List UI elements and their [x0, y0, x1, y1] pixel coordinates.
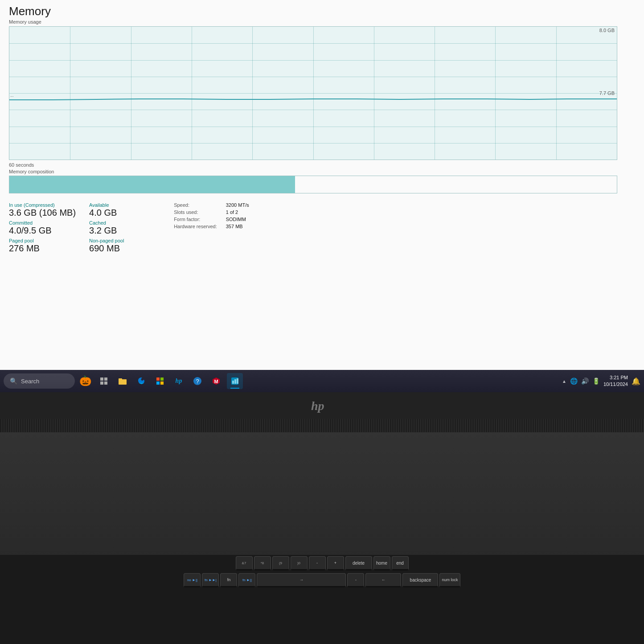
nonpaged-value: 690 MB — [89, 243, 156, 254]
cached-label: Cached — [89, 220, 156, 226]
svg-text:M: M — [214, 379, 218, 384]
key-fn3[interactable]: fn — [220, 573, 237, 587]
svg-text:?: ? — [196, 378, 199, 385]
svg-rect-14 — [232, 381, 234, 384]
nonpaged-label: Non-paged pool — [89, 238, 156, 243]
hw-reserved-val: 357 MB — [226, 224, 249, 229]
svg-rect-1 — [104, 377, 107, 381]
key-home[interactable]: home — [373, 556, 390, 570]
key-equals[interactable]: ← — [365, 573, 401, 587]
speed-val: 3200 MT/s — [226, 202, 249, 208]
clock-time: 3:21 PM — [603, 374, 628, 381]
clock-date: 10/11/2024 — [603, 381, 628, 388]
taskbar-search[interactable]: 🔍 Search — [4, 373, 75, 389]
committed-label: Committed — [9, 220, 76, 226]
ms-store-button[interactable] — [152, 373, 168, 389]
committed-group: Committed 4.0/9.5 GB — [9, 220, 76, 236]
nonpaged-group: Non-paged pool 690 MB — [89, 238, 156, 254]
laptop-bezel: hp — [0, 392, 644, 419]
graph-dots: ... — [10, 93, 14, 98]
available-label: Available — [89, 202, 156, 208]
seconds-label: 60 seconds — [9, 162, 635, 168]
key-spacer[interactable]: → — [257, 573, 346, 587]
available-value: 4.0 GB — [89, 208, 156, 218]
paged-group: Paged pool 276 MB — [9, 238, 76, 254]
available-group: Available 4.0 GB — [89, 202, 156, 218]
key-8[interactable]: *8 — [254, 556, 271, 570]
key-fn2[interactable]: fn ►►| — [202, 573, 219, 587]
slots-key: Slots used: — [174, 209, 217, 215]
composition-in-use-segment — [9, 176, 295, 193]
task-view-button[interactable] — [96, 373, 112, 389]
hw-reserved-key: Hardware reserved: — [174, 224, 217, 229]
key-end[interactable]: end — [392, 556, 409, 570]
key-minus[interactable]: - — [309, 556, 326, 570]
speaker-grille — [0, 419, 644, 432]
search-label: Search — [21, 378, 39, 385]
key-9[interactable]: (9 — [272, 556, 289, 570]
cached-value: 3.2 GB — [89, 226, 156, 236]
svg-rect-3 — [104, 381, 107, 385]
svg-rect-2 — [100, 381, 103, 385]
paged-label: Paged pool — [9, 238, 76, 243]
file-explorer-button[interactable] — [115, 373, 131, 389]
svg-rect-0 — [100, 377, 103, 381]
key-minus2[interactable]: - — [347, 573, 364, 587]
form-key: Form factor: — [174, 217, 217, 222]
slots-val: 1 of 2 — [226, 209, 249, 215]
key-backspace[interactable]: backspace — [402, 573, 438, 587]
battery-icon[interactable]: 🔋 — [592, 377, 600, 385]
key-0[interactable]: )0 — [291, 556, 308, 570]
in-use-label: In use (Compressed) — [9, 202, 76, 208]
key-fn4[interactable]: fn ►|| — [238, 573, 255, 587]
task-manager-panel: Memory Memory usage 8 — [0, 0, 644, 370]
memory-graph: 8.0 GB 7.7 GB ... — [9, 26, 617, 160]
stats-section: In use (Compressed) 3.6 GB (106 MB) Avai… — [9, 202, 635, 254]
language-icon[interactable]: 🌐 — [570, 377, 578, 385]
composition-bar — [9, 176, 617, 193]
svg-rect-15 — [234, 379, 236, 384]
graph-mid-label: 7.7 GB — [599, 90, 615, 96]
key-7[interactable]: &7 — [236, 556, 253, 570]
volume-icon[interactable]: 🔊 — [581, 377, 589, 385]
speed-key: Speed: — [174, 202, 217, 208]
keyboard-area: &7 *8 (9 )0 - + delete home end no ►|| f… — [0, 555, 644, 644]
memory-title: Memory — [9, 4, 635, 18]
svg-rect-5 — [119, 378, 122, 380]
paged-value: 276 MB — [9, 243, 76, 254]
svg-rect-6 — [156, 377, 160, 381]
search-icon: 🔍 — [10, 377, 17, 385]
svg-rect-16 — [237, 378, 238, 384]
screen: Memory Memory usage 8 — [0, 0, 644, 370]
graph-max-label: 8.0 GB — [599, 28, 615, 33]
svg-rect-8 — [156, 381, 160, 385]
task-manager-button[interactable] — [227, 373, 243, 389]
svg-rect-7 — [160, 377, 164, 381]
key-delete[interactable]: delete — [345, 556, 372, 570]
cached-group: Cached 3.2 GB — [89, 220, 156, 236]
taskbar-right-area: ▲ 🌐 🔊 🔋 3:21 PM 10/11/2024 🔔 — [562, 374, 640, 388]
halloween-icon: 🎃 — [79, 375, 91, 387]
help-button[interactable]: ? — [189, 373, 205, 389]
hp-logo: hp — [309, 397, 336, 414]
laptop-speaker-area — [0, 419, 644, 432]
mcafee-button[interactable]: M — [208, 373, 224, 389]
svg-rect-9 — [160, 381, 164, 385]
edge-browser-button[interactable] — [133, 373, 149, 389]
system-tray-expand[interactable]: ▲ — [562, 379, 566, 384]
taskbar: 🔍 Search 🎃 hp — [0, 370, 644, 392]
key-fn1[interactable]: no ►|| — [184, 573, 201, 587]
composition-label: Memory composition — [9, 169, 635, 174]
system-clock[interactable]: 3:21 PM 10/11/2024 — [603, 374, 628, 388]
memory-graph-svg — [9, 27, 617, 160]
in-use-value: 3.6 GB (106 MB) — [9, 208, 76, 218]
form-val: SODIMM — [226, 217, 249, 222]
keyboard-row-1: &7 *8 (9 )0 - + delete home end — [0, 555, 644, 572]
stats-left: In use (Compressed) 3.6 GB (106 MB) Avai… — [9, 202, 156, 254]
svg-text:hp: hp — [311, 399, 324, 413]
hp-app-button[interactable]: hp — [171, 373, 187, 389]
key-numlock[interactable]: num lock — [439, 573, 460, 587]
notification-bell[interactable]: 🔔 — [632, 377, 640, 386]
memory-usage-label: Memory usage — [9, 19, 635, 25]
key-plus[interactable]: + — [327, 556, 344, 570]
